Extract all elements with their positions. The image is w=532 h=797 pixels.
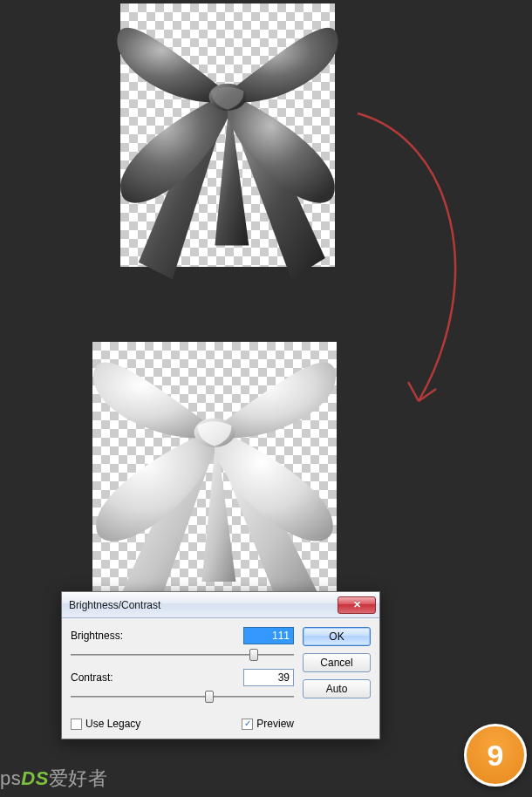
- contrast-label: Contrast:: [71, 671, 243, 684]
- bow-dark-illustration: [105, 0, 351, 283]
- flow-arrow: [340, 105, 497, 436]
- contrast-input[interactable]: [243, 669, 294, 686]
- preview-checkbox[interactable]: ✓ Preview: [242, 718, 294, 730]
- auto-button[interactable]: Auto: [303, 679, 371, 698]
- watermark-logo: DS: [21, 767, 49, 789]
- close-button[interactable]: ✕: [338, 596, 376, 614]
- step-number: 9: [488, 739, 504, 773]
- source-image: [120, 3, 335, 267]
- step-badge: 9: [464, 724, 527, 787]
- checkbox-icon: ✓: [242, 719, 253, 730]
- brightness-slider[interactable]: [71, 646, 294, 664]
- watermark: psDS爱好者: [0, 766, 107, 792]
- brightness-input[interactable]: [243, 627, 294, 644]
- use-legacy-label: Use Legacy: [85, 718, 140, 730]
- brightness-contrast-dialog: Brightness/Contrast ✕ Brightness: Contra…: [61, 591, 380, 739]
- preview-label: Preview: [256, 718, 294, 730]
- contrast-slider[interactable]: [71, 688, 294, 705]
- use-legacy-checkbox[interactable]: Use Legacy: [71, 718, 140, 730]
- checkbox-icon: [71, 719, 82, 730]
- result-image: [92, 342, 337, 600]
- dialog-titlebar[interactable]: Brightness/Contrast ✕: [62, 592, 379, 618]
- close-icon: ✕: [353, 599, 361, 610]
- brightness-label: Brightness:: [71, 630, 243, 642]
- bow-bright-illustration: [77, 326, 352, 616]
- dialog-title: Brightness/Contrast: [69, 599, 338, 611]
- cancel-button[interactable]: Cancel: [303, 653, 371, 672]
- ok-button[interactable]: OK: [303, 627, 371, 646]
